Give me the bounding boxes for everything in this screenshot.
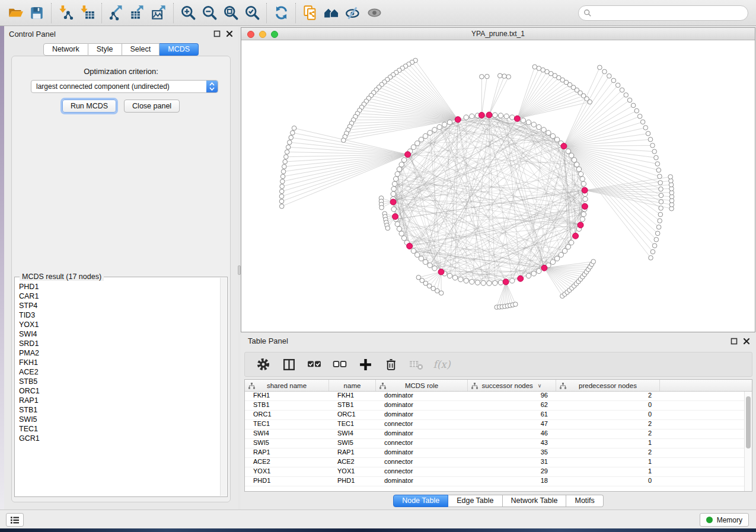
list-item[interactable]: STP4 bbox=[19, 301, 220, 310]
network-window-titlebar[interactable]: YPA_prune.txt_1 bbox=[241, 28, 755, 40]
zoom-fit-icon[interactable] bbox=[220, 4, 241, 23]
optimization-criterion-select[interactable]: largest connected component (undirected) bbox=[31, 80, 218, 93]
hide-selected-icon[interactable] bbox=[342, 4, 363, 23]
memory-status-icon bbox=[706, 517, 713, 523]
list-item[interactable]: TID3 bbox=[19, 310, 220, 320]
memory-button[interactable]: Memory bbox=[700, 513, 749, 527]
search-input[interactable] bbox=[578, 5, 748, 21]
column-header-predecessor-nodes[interactable]: predecessor nodes bbox=[556, 380, 660, 391]
close-window-icon[interactable] bbox=[247, 31, 254, 38]
table-toolbar: f(x) bbox=[244, 352, 752, 377]
float-table-panel-icon[interactable] bbox=[731, 338, 738, 345]
list-item[interactable]: SWI4 bbox=[19, 329, 220, 339]
table-scrollbar[interactable] bbox=[744, 392, 752, 491]
column-label: shared name bbox=[267, 382, 307, 389]
create-column-icon[interactable] bbox=[358, 357, 373, 372]
table-row[interactable]: SWI4SWI4dominator462 bbox=[245, 430, 752, 439]
table-row[interactable]: SWI5SWI5connector431 bbox=[245, 439, 752, 448]
table-row[interactable]: PHD1PHD1dominator180 bbox=[245, 477, 752, 486]
select-all-columns-icon[interactable] bbox=[307, 357, 322, 372]
maximize-window-icon[interactable] bbox=[271, 31, 278, 38]
desktop-wallpaper-left bbox=[0, 26, 4, 528]
network-graph-canvas[interactable] bbox=[241, 40, 755, 332]
float-panel-icon[interactable] bbox=[213, 30, 221, 37]
tab-style[interactable]: Style bbox=[88, 43, 122, 56]
result-scrollbar[interactable] bbox=[220, 278, 227, 496]
list-item[interactable]: TEC1 bbox=[19, 424, 220, 434]
control-panel-title: Control Panel bbox=[9, 30, 56, 39]
delete-column-icon[interactable] bbox=[383, 357, 398, 372]
list-item[interactable]: CAR1 bbox=[19, 291, 220, 301]
import-table-icon[interactable] bbox=[76, 4, 98, 23]
table-row[interactable]: ACE2ACE2connector311 bbox=[245, 458, 752, 467]
mcds-panel: Optimization criterion: largest connecte… bbox=[11, 56, 231, 502]
tab-mcds[interactable]: MCDS bbox=[160, 43, 199, 56]
save-session-icon[interactable] bbox=[26, 4, 47, 23]
tab-select[interactable]: Select bbox=[122, 43, 160, 56]
close-panel-button[interactable]: Close panel bbox=[124, 100, 180, 113]
function-builder-icon[interactable]: f(x) bbox=[434, 357, 449, 372]
zoom-selected-icon[interactable] bbox=[241, 4, 263, 23]
optimization-criterion-label: Optimization criterion: bbox=[12, 67, 230, 76]
deselect-all-columns-icon[interactable] bbox=[332, 357, 347, 372]
table-row[interactable]: ORC1ORC1dominator610 bbox=[245, 411, 752, 420]
table-settings-gear-icon[interactable] bbox=[256, 357, 271, 372]
task-history-button[interactable] bbox=[6, 513, 24, 527]
network-view-window: YPA_prune.txt_1 bbox=[241, 27, 755, 332]
table-row[interactable]: STB1STB1dominator620 bbox=[245, 401, 752, 411]
show-column-panel-icon[interactable] bbox=[281, 357, 296, 372]
toolbar-separator bbox=[51, 3, 52, 23]
clone-network-icon[interactable] bbox=[299, 4, 321, 23]
list-item[interactable]: RAP1 bbox=[19, 396, 220, 405]
table-panel: Table Panel f(x) shared name name MCDS r… bbox=[241, 333, 756, 509]
list-item[interactable]: PMA2 bbox=[19, 348, 220, 358]
table-row[interactable]: TEC1TEC1connector472 bbox=[245, 420, 752, 430]
column-header-name[interactable]: name bbox=[329, 380, 376, 391]
tab-node-table[interactable]: Node Table bbox=[393, 495, 448, 507]
open-file-icon[interactable] bbox=[5, 4, 26, 23]
column-header-shared-name[interactable]: shared name bbox=[245, 380, 329, 391]
table-row[interactable]: RAP1RAP1dominator352 bbox=[245, 448, 752, 458]
column-label: name bbox=[344, 382, 361, 389]
list-item[interactable]: ACE2 bbox=[19, 367, 220, 377]
show-all-icon[interactable] bbox=[363, 4, 385, 23]
list-item[interactable]: SWI5 bbox=[19, 415, 220, 424]
list-item[interactable]: SRD1 bbox=[19, 339, 220, 348]
list-item[interactable]: ORC1 bbox=[19, 386, 220, 396]
table-tabs: Node Table Edge Table Network Table Moti… bbox=[241, 495, 756, 507]
export-image-icon[interactable] bbox=[148, 4, 170, 23]
zoom-in-icon[interactable] bbox=[177, 4, 199, 23]
list-item[interactable]: STB1 bbox=[19, 405, 220, 415]
column-header-successor-nodes[interactable]: successor nodes∨ bbox=[468, 380, 556, 391]
table-row[interactable]: YOX1YOX1connector291 bbox=[245, 467, 752, 477]
mcds-result-title: MCDS result (17 nodes) bbox=[20, 273, 104, 281]
tab-network[interactable]: Network bbox=[43, 43, 88, 56]
tab-motifs[interactable]: Motifs bbox=[566, 495, 603, 507]
column-header-mcds-role[interactable]: MCDS role bbox=[376, 380, 468, 391]
export-table-icon[interactable] bbox=[127, 4, 148, 23]
list-item[interactable]: YOX1 bbox=[19, 320, 220, 329]
table-row[interactable]: FKH1FKH1dominator962 bbox=[245, 392, 752, 401]
list-item[interactable]: GCR1 bbox=[19, 434, 220, 443]
close-table-panel-icon[interactable] bbox=[743, 338, 750, 345]
tab-edge-table[interactable]: Edge Table bbox=[448, 495, 502, 507]
table-scrollbar-thumb[interactable] bbox=[746, 396, 751, 448]
close-panel-icon[interactable] bbox=[226, 30, 233, 37]
list-item[interactable]: FKH1 bbox=[19, 358, 220, 367]
select-stepper-icon bbox=[206, 81, 218, 92]
main-toolbar bbox=[0, 0, 756, 26]
column-label: predecessor nodes bbox=[579, 382, 637, 389]
minimize-window-icon[interactable] bbox=[259, 31, 266, 38]
tab-network-table[interactable]: Network Table bbox=[503, 495, 567, 507]
mcds-result-list[interactable]: PHD1 CAR1 STP4 TID3 YOX1 SWI4 SRD1 PMA2 … bbox=[19, 282, 220, 495]
run-mcds-button[interactable]: Run MCDS bbox=[62, 100, 116, 113]
toolbar-separator bbox=[295, 3, 296, 23]
export-network-icon[interactable] bbox=[106, 4, 127, 23]
zoom-out-icon[interactable] bbox=[199, 4, 220, 23]
list-item[interactable]: STB5 bbox=[19, 377, 220, 386]
first-neighbors-icon[interactable] bbox=[321, 4, 342, 23]
delete-table-icon[interactable] bbox=[409, 357, 424, 372]
apply-layout-icon[interactable] bbox=[270, 4, 292, 23]
import-network-icon[interactable] bbox=[55, 4, 76, 23]
list-item[interactable]: PHD1 bbox=[19, 282, 220, 291]
